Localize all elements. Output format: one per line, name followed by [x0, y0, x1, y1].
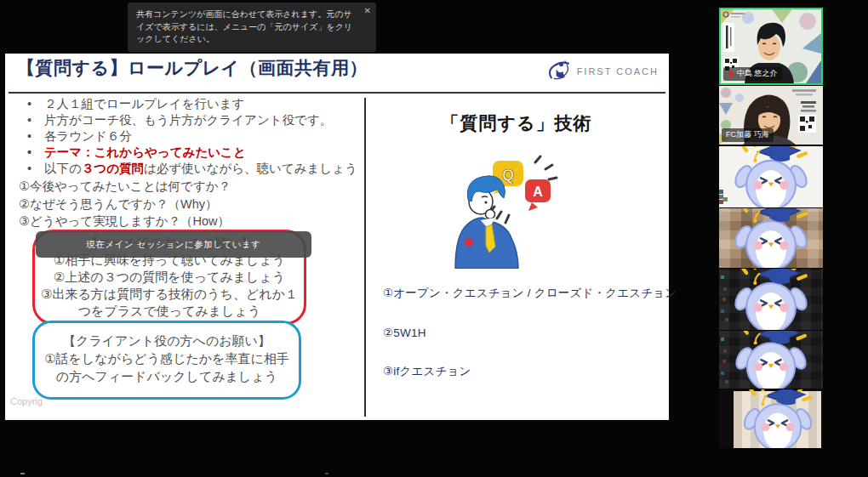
qr-code: [798, 115, 816, 133]
client-box-heading: 【クライアント役の方へのお願い】: [42, 332, 292, 349]
penguin-avatar: [728, 331, 814, 389]
taskbar-artifact: [325, 473, 328, 474]
title-divider: [9, 92, 665, 94]
question-man-illustration: Q A: [443, 154, 571, 269]
bullet-item: ２人１組でロールプレイを行います: [14, 96, 364, 112]
instructions-list: ２人１組でロールプレイを行います 片方がコーチ役、もう片方がクライアント役です。…: [14, 96, 364, 230]
bullet-item: 以下の３つの質問は必ず使いながら、聴いてみましょう: [14, 161, 364, 177]
bullet-item: 各ラウンド６分: [14, 128, 364, 145]
question-line: ③どうやって実現しますか？（How）: [19, 213, 364, 230]
bullet-item: 片方がコーチ役、もう片方がクライアント役です。: [14, 112, 364, 128]
technique-item: ①オープン・クエスチョン / クローズド・クエスチョン: [383, 286, 677, 301]
participant-tile-penguin-1[interactable]: [719, 146, 823, 207]
share-fit-tooltip: 共有コンテンツが画面に合わせて表示されます。元のサイズで表示するには、メニューの…: [128, 3, 376, 52]
coach-box-line: ③出来る方は質問する技術のうち、どれか１つをプラスで使ってみましょう: [40, 286, 299, 320]
video-artifact: [719, 195, 723, 199]
technique-item: ③ifクエスチョン: [383, 364, 677, 379]
question-line: ①今後やってみたいことは何ですか？: [19, 178, 364, 196]
penguin-avatar: [728, 146, 814, 207]
participants-strip: 中島 悠之介: [719, 0, 824, 477]
meeting-window: 【質問する】ロールプレイ（画面共有用） FIRST COACH ２人１組でロール…: [0, 0, 868, 477]
penguin-avatar: [728, 269, 814, 330]
column-divider: [364, 98, 366, 417]
tooltip-close-icon[interactable]: ✕: [364, 5, 371, 18]
session-toast: 現在メイン セッションに参加しています: [36, 231, 311, 258]
technique-list: ①オープン・クエスチョン / クローズド・クエスチョン ②5W1H ③ifクエス…: [383, 286, 677, 404]
slide-title: 【質問する】ロールプレイ（画面共有用）: [17, 56, 368, 80]
bullet-item-theme: テーマ：これからやってみたいこと: [14, 145, 364, 161]
three-questions: ①今後やってみたいことは何ですか？ ②なぜそう思うんですか？（Why） ③どうや…: [19, 178, 364, 230]
first-coach-logo: FIRST COACH: [546, 59, 659, 84]
participant-tile-penguin-4[interactable]: [719, 331, 823, 389]
svg-text:Q: Q: [502, 167, 514, 184]
video-artifact: [721, 338, 724, 341]
businessman-figure: [455, 176, 518, 269]
question-line: ②なぜそう思うんですか？（Why）: [19, 196, 364, 213]
participant-tile-kato[interactable]: FC加藤 巧海: [719, 86, 823, 145]
participant-name-label: 中島 悠之介: [723, 67, 782, 81]
share-fit-tooltip-text: 共有コンテンツが画面に合わせて表示されます。元のサイズで表示するには、メニューの…: [136, 9, 352, 43]
client-request-box: 【クライアント役の方へのお願い】 ①話をしながらどう感じたかを率直に相手の方へフ…: [32, 321, 301, 400]
client-box-line: ①話をしながらどう感じたかを率直に相手の方へフィードバックしてみましょう: [42, 349, 292, 385]
taskbar-artifact: [20, 473, 25, 474]
video-artifact: [721, 275, 724, 279]
pillarboxed-video: [734, 391, 821, 448]
first-coach-logo-text: FIRST COACH: [577, 66, 659, 77]
penguin-avatar: [728, 208, 814, 268]
participant-tile-nakajima[interactable]: 中島 悠之介: [719, 8, 823, 85]
participant-tile-penguin-3[interactable]: [719, 269, 823, 330]
penguin-avatar: [737, 389, 819, 448]
svg-text:A: A: [533, 185, 543, 199]
technique-item: ②5W1H: [383, 326, 677, 339]
participant-tile-penguin-5[interactable]: [719, 389, 823, 448]
mic-muted-icon: [728, 70, 734, 78]
coach-box-line: ②上述の３つの質問を使ってみましょう: [40, 269, 299, 286]
copyright-text: Copyrig: [10, 396, 43, 406]
participant-name-label: FC加藤 巧海: [722, 128, 774, 142]
a-bubble-icon: A: [525, 179, 551, 211]
laser-pointer-dot: [466, 240, 472, 246]
technique-heading: 「質問する」技術: [371, 111, 662, 135]
first-coach-logo-icon: [546, 59, 572, 84]
participant-tile-penguin-2[interactable]: [719, 208, 823, 268]
